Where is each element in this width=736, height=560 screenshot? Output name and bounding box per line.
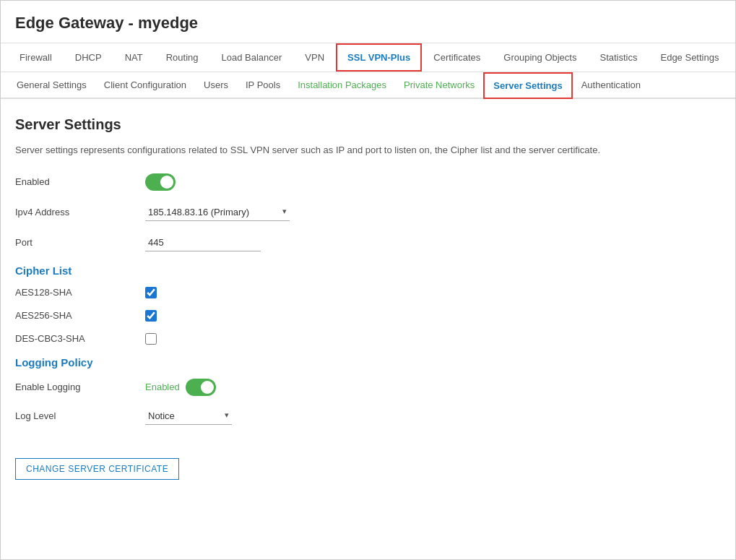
- nav-item-certificates[interactable]: Certificates: [422, 43, 492, 72]
- nav-item-firewall[interactable]: Firewall: [8, 43, 64, 72]
- nav-item-vpn[interactable]: VPN: [293, 43, 336, 72]
- nav-item-client-configuration[interactable]: Client Configuration: [95, 73, 195, 98]
- app-title: Edge Gateway - myedge: [15, 14, 721, 33]
- enabled-label: Enabled: [15, 176, 145, 187]
- ipv4-row: Ipv4 Address 185.148.83.16 (Primary): [15, 204, 721, 221]
- logging-policy-heading: Logging Policy: [15, 356, 721, 369]
- enable-logging-row: Enable Logging Enabled: [15, 379, 721, 396]
- nav-item-ip-pools[interactable]: IP Pools: [237, 73, 289, 98]
- primary-nav: Firewall DHCP NAT Routing Load Balancer …: [1, 43, 735, 72]
- enabled-row: Enabled: [15, 173, 721, 191]
- nav-item-ssl-vpn-plus[interactable]: SSL VPN-Plus: [336, 43, 422, 72]
- logging-enabled-text: Enabled: [145, 382, 180, 392]
- port-row: Port 445: [15, 234, 721, 251]
- nav-item-private-networks[interactable]: Private Networks: [395, 73, 483, 98]
- log-level-label: Log Level: [15, 410, 145, 421]
- log-level-select-wrapper: Emergency Alert Critical Error Warning N…: [145, 408, 232, 425]
- nav-item-routing[interactable]: Routing: [155, 43, 210, 72]
- cipher-aes128-label: AES128-SHA: [15, 287, 145, 298]
- cipher-aes128-checkbox[interactable]: [145, 287, 157, 298]
- enabled-toggle-slider: [145, 173, 176, 191]
- page-description: Server settings represents configuration…: [15, 143, 721, 158]
- content-area: Server Settings Server settings represen…: [1, 99, 735, 497]
- logging-toggle[interactable]: [186, 379, 216, 396]
- port-input[interactable]: 445: [145, 234, 261, 251]
- nav-item-grouping-objects[interactable]: Grouping Objects: [492, 43, 588, 72]
- nav-item-dhcp[interactable]: DHCP: [64, 43, 113, 72]
- logging-toggle-slider: [186, 379, 216, 396]
- nav-item-general-settings[interactable]: General Settings: [8, 73, 95, 98]
- nav-item-authentication[interactable]: Authentication: [573, 73, 649, 98]
- ipv4-select[interactable]: 185.148.83.16 (Primary): [145, 204, 290, 221]
- cipher-aes128-row: AES128-SHA: [15, 287, 721, 298]
- nav-item-nat[interactable]: NAT: [113, 43, 155, 72]
- nav-item-server-settings[interactable]: Server Settings: [483, 72, 572, 99]
- cipher-aes256-checkbox[interactable]: [145, 310, 157, 322]
- nav-item-users[interactable]: Users: [195, 73, 237, 98]
- ipv4-select-wrapper: 185.148.83.16 (Primary): [145, 204, 290, 221]
- port-label: Port: [15, 237, 145, 248]
- nav-item-edge-settings[interactable]: Edge Settings: [649, 43, 730, 72]
- change-server-cert-button[interactable]: CHANGE SERVER CERTIFICATE: [15, 458, 179, 480]
- cipher-aes256-label: AES256-SHA: [15, 310, 145, 321]
- log-level-select[interactable]: Emergency Alert Critical Error Warning N…: [145, 408, 232, 425]
- nav-item-installation-packages[interactable]: Installation Packages: [289, 73, 395, 98]
- page-title: Server Settings: [15, 116, 721, 133]
- enable-logging-label: Enable Logging: [15, 382, 145, 392]
- nav-item-load-balancer[interactable]: Load Balancer: [210, 43, 294, 72]
- enabled-toggle[interactable]: [145, 173, 176, 191]
- log-level-row: Log Level Emergency Alert Critical Error…: [15, 408, 721, 425]
- cipher-des-checkbox[interactable]: [145, 333, 157, 345]
- cipher-des-label: DES-CBC3-SHA: [15, 333, 145, 344]
- cipher-list-heading: Cipher List: [15, 264, 721, 277]
- ipv4-label: Ipv4 Address: [15, 207, 145, 217]
- nav-item-statistics[interactable]: Statistics: [588, 43, 649, 72]
- cipher-aes256-row: AES256-SHA: [15, 310, 721, 322]
- secondary-nav: General Settings Client Configuration Us…: [1, 72, 735, 99]
- cipher-des-row: DES-CBC3-SHA: [15, 333, 721, 345]
